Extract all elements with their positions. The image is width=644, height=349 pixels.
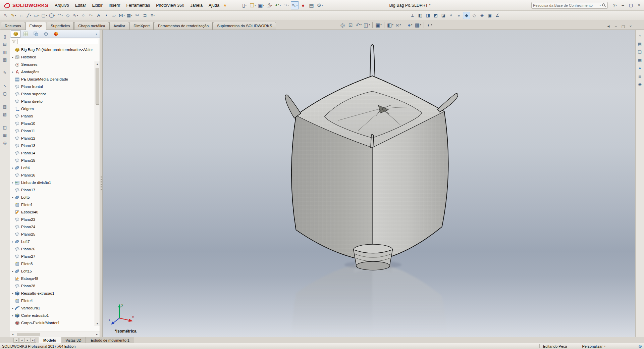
dropdown-caret-icon[interactable]: ▾ [245,4,247,7]
new-document-icon[interactable]: ▯ ▾ [240,1,249,9]
home-icon[interactable]: ⌂ [636,33,644,39]
tree-item[interactable]: ▸ Plano15 [11,157,100,164]
polygon-tool-icon[interactable]: ◇ [64,12,71,19]
zoom-to-area-icon[interactable]: ⊡ [346,21,355,29]
tree-item[interactable]: ▸ Plano10 [11,120,100,127]
dropdown-caret-icon[interactable]: ▾ [322,4,323,7]
tree-item[interactable]: ▸ Origem [11,105,100,112]
undo-icon[interactable]: ↶ ▾ [274,1,282,9]
scroll-down-icon[interactable]: ▼ [95,321,100,326]
search-input[interactable] [533,3,598,7]
dropdown-caret-icon[interactable]: ▾ [399,23,401,26]
dropdown-caret-icon[interactable]: ▾ [271,4,272,7]
stack-icon[interactable]: ▥ [1,49,9,55]
tree-item[interactable]: ▸ Filete4 [11,297,100,304]
left-view-icon[interactable]: ◩ [432,12,439,19]
select-icon[interactable]: ↖ ▾ [291,1,299,9]
file-properties-icon[interactable]: ▤ [308,1,316,9]
smart-dimension-icon[interactable]: ↔ [17,12,25,19]
slot-tool-icon[interactable]: ▢ ▾ [41,12,48,19]
splitter-grip[interactable] [101,176,102,191]
tree-item[interactable]: ▸ Loft7 [11,238,100,245]
big-bag-body[interactable] [285,45,458,270]
display-style-icon[interactable]: ◧ ▾ [386,21,394,29]
dropdown-caret-icon[interactable]: ▾ [280,4,281,7]
tab-vistas-3d[interactable]: Vistas 3D [61,337,86,343]
dropdown-caret-icon[interactable]: ▾ [30,14,31,17]
monitor-icon[interactable]: ▢ [1,90,9,97]
dropdown-caret-icon[interactable]: ▾ [38,14,40,17]
help-button[interactable]: ? ▾ [611,2,619,9]
last-tab-button[interactable]: ►| [31,338,36,343]
tree-item[interactable]: ▸ Filete3 [11,260,100,267]
menu-arquivo[interactable]: Arquivo [52,2,72,9]
tree-item[interactable]: ▸ Loft4 [11,164,100,171]
hide-show-items-icon[interactable]: ∞ ▾ [394,21,402,29]
view-palette-icon[interactable]: ▦ [636,57,644,63]
tree-item[interactable]: ▸ PE Baixa/Média Densidade [11,76,100,83]
duplicate-icon[interactable]: ▨ [1,111,9,118]
design-library-icon[interactable]: ▤ [636,41,644,47]
tree-item[interactable]: ▸ Plano direito [11,98,100,105]
dropdown-caret-icon[interactable]: ▾ [297,4,298,7]
expand-arrow-icon[interactable]: ▸ [11,166,15,169]
tree-item[interactable]: ▸ Plano superior [11,90,100,98]
sketch-fillet-icon[interactable]: ◜ ▾ [87,12,95,19]
close-document-icon[interactable]: × [627,23,634,30]
featuremanager-tab[interactable] [11,30,21,38]
previous-tab-button[interactable]: ◄ [19,338,24,343]
customize-button[interactable]: Personalizar ▾ [579,344,608,348]
tree-item[interactable]: ▸ Plano13 [11,142,100,149]
line-tool-icon[interactable]: ╱ ▾ [25,12,33,19]
panel-splitter[interactable] [100,30,103,337]
tree-item[interactable]: ▸ Linha de divisão1 [11,179,100,186]
dropdown-caret-icon[interactable]: ▾ [91,14,93,17]
tree-item[interactable]: ▸ Esboço40 [11,208,100,216]
menu-inserir[interactable]: Inserir [106,2,123,9]
tab-superficies[interactable]: Superfícies [47,22,74,30]
scroll-right-icon[interactable]: ► [94,332,100,337]
dropdown-caret-icon[interactable]: ▾ [46,14,47,17]
page-icon[interactable]: ▯ [1,33,9,40]
point-tool-icon[interactable]: • [103,12,110,19]
pointer-icon[interactable]: ↖ [1,83,9,89]
filter-funnel-icon[interactable] [11,39,16,44]
tree-horizontal-scrollbar[interactable]: ◄ ► [10,332,100,337]
tree-item[interactable]: ▸ Plano16 [11,171,100,179]
edit-appearance-icon[interactable]: ● ▾ [406,21,414,29]
dimetric-view-icon[interactable]: ◈ [478,12,486,19]
tab-chapa-metalica[interactable]: Chapa metálica [74,22,109,30]
print-icon[interactable]: ⎙ ▾ [266,1,274,9]
tree-item[interactable]: ▸ Loft5 [11,194,100,201]
expand-arrow-icon[interactable]: ▸ [11,70,15,73]
tree-item[interactable]: ▸ Plano17 [11,186,100,194]
tree-item[interactable]: ▸ Plano24 [11,223,100,231]
expand-arrow-icon[interactable]: ▸ [11,181,15,184]
dropdown-caret-icon[interactable]: ▾ [380,23,382,26]
menu-editar[interactable]: Editar [72,2,89,9]
tree-item[interactable]: ▸ Histórico [11,53,100,61]
open-icon[interactable]: ❏ ▾ [249,1,257,9]
scroll-left-icon[interactable]: ◄ [10,332,15,337]
expand-arrow-icon[interactable]: ▸ [11,314,15,317]
section-view-icon[interactable]: ◫ ▾ [363,21,371,29]
tree-item[interactable]: ▸ Plano14 [11,149,100,157]
tree-item[interactable]: ▸ Plano28 [11,282,100,290]
first-tab-button[interactable]: |◄ [13,338,19,343]
view-orientation-cube-icon[interactable]: ▣ ▾ [374,21,382,29]
expand-arrow-icon[interactable]: ▸ [11,270,15,273]
tree-item[interactable]: ▸ Sensores [11,61,100,68]
dropdown-caret-icon[interactable]: ▾ [123,14,125,17]
measure-tool-icon[interactable]: ∠ [494,12,501,19]
tab-suplementos-solidworks[interactable]: Suplementos do SOLIDWORKS [213,22,276,30]
previous-document-icon[interactable]: ◄ [605,23,612,30]
pin-menu-icon[interactable]: ★ [223,3,227,8]
tree-item[interactable]: ▸ Loft15 [11,267,100,275]
next-tab-button[interactable]: ► [25,338,30,343]
expand-arrow-icon[interactable]: ▸ [11,292,15,295]
offset-entities-icon[interactable]: ≡ ▾ [149,12,156,19]
forum-icon[interactable]: ◉ [636,81,644,88]
menu-janela[interactable]: Janela [187,2,206,9]
tree-item[interactable]: ▸ Plano9 [11,112,100,120]
dropdown-caret-icon[interactable]: ▾ [420,23,421,26]
